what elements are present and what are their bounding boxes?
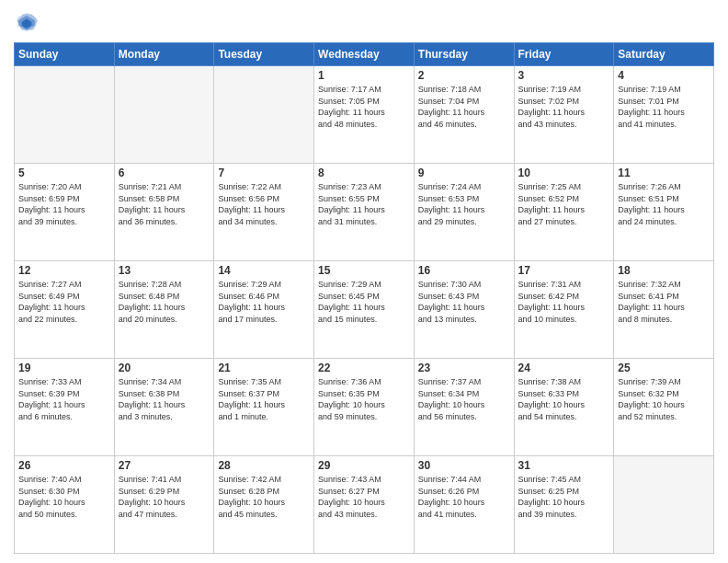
calendar-week-row: 19Sunrise: 7:33 AM Sunset: 6:39 PM Dayli… — [15, 359, 714, 456]
table-row: 5Sunrise: 7:20 AM Sunset: 6:59 PM Daylig… — [15, 164, 115, 261]
day-number: 16 — [418, 264, 510, 277]
day-number: 8 — [318, 167, 410, 179]
logo-icon — [14, 9, 40, 35]
table-row: 29Sunrise: 7:43 AM Sunset: 6:27 PM Dayli… — [314, 456, 415, 554]
day-info: Sunrise: 7:20 AM Sunset: 6:59 PM Dayligh… — [18, 181, 110, 227]
day-info: Sunrise: 7:24 AM Sunset: 6:53 PM Dayligh… — [418, 181, 510, 227]
table-row: 14Sunrise: 7:29 AM Sunset: 6:46 PM Dayli… — [214, 261, 314, 359]
header-monday: Monday — [114, 43, 214, 66]
day-number: 3 — [518, 69, 610, 82]
day-info: Sunrise: 7:18 AM Sunset: 7:04 PM Dayligh… — [418, 84, 510, 130]
logo — [14, 9, 43, 35]
day-number: 18 — [618, 264, 710, 277]
day-number: 15 — [318, 264, 410, 277]
day-info: Sunrise: 7:45 AM Sunset: 6:25 PM Dayligh… — [518, 474, 610, 520]
header-saturday: Saturday — [614, 43, 714, 66]
calendar-week-row: 26Sunrise: 7:40 AM Sunset: 6:30 PM Dayli… — [15, 456, 714, 554]
table-row: 30Sunrise: 7:44 AM Sunset: 6:26 PM Dayli… — [414, 456, 514, 554]
calendar-week-row: 12Sunrise: 7:27 AM Sunset: 6:49 PM Dayli… — [15, 261, 714, 359]
table-row — [614, 456, 714, 554]
table-row: 24Sunrise: 7:38 AM Sunset: 6:33 PM Dayli… — [514, 359, 614, 456]
table-row — [114, 66, 214, 164]
table-row: 8Sunrise: 7:23 AM Sunset: 6:55 PM Daylig… — [314, 164, 415, 261]
day-number: 31 — [518, 459, 610, 472]
day-info: Sunrise: 7:23 AM Sunset: 6:55 PM Dayligh… — [318, 181, 410, 227]
table-row — [214, 66, 314, 164]
table-row: 3Sunrise: 7:19 AM Sunset: 7:02 PM Daylig… — [514, 66, 614, 164]
day-number: 28 — [218, 459, 310, 472]
table-row: 11Sunrise: 7:26 AM Sunset: 6:51 PM Dayli… — [614, 164, 714, 261]
day-number: 12 — [18, 264, 110, 277]
day-info: Sunrise: 7:41 AM Sunset: 6:29 PM Dayligh… — [119, 474, 210, 520]
table-row: 25Sunrise: 7:39 AM Sunset: 6:32 PM Dayli… — [614, 359, 714, 456]
day-info: Sunrise: 7:32 AM Sunset: 6:41 PM Dayligh… — [618, 279, 710, 325]
header — [14, 9, 714, 35]
table-row: 26Sunrise: 7:40 AM Sunset: 6:30 PM Dayli… — [15, 456, 115, 554]
day-number: 19 — [18, 362, 110, 374]
day-info: Sunrise: 7:39 AM Sunset: 6:32 PM Dayligh… — [618, 376, 710, 422]
header-thursday: Thursday — [414, 43, 514, 66]
table-row: 31Sunrise: 7:45 AM Sunset: 6:25 PM Dayli… — [514, 456, 614, 554]
table-row: 16Sunrise: 7:30 AM Sunset: 6:43 PM Dayli… — [414, 261, 514, 359]
calendar-week-row: 1Sunrise: 7:17 AM Sunset: 7:05 PM Daylig… — [15, 66, 714, 164]
table-row: 10Sunrise: 7:25 AM Sunset: 6:52 PM Dayli… — [514, 164, 614, 261]
table-row: 2Sunrise: 7:18 AM Sunset: 7:04 PM Daylig… — [414, 66, 514, 164]
table-row: 27Sunrise: 7:41 AM Sunset: 6:29 PM Dayli… — [114, 456, 214, 554]
day-info: Sunrise: 7:44 AM Sunset: 6:26 PM Dayligh… — [418, 474, 510, 520]
calendar-table: Sunday Monday Tuesday Wednesday Thursday… — [14, 42, 714, 554]
day-info: Sunrise: 7:26 AM Sunset: 6:51 PM Dayligh… — [618, 181, 710, 227]
day-number: 5 — [18, 167, 110, 179]
day-number: 10 — [518, 167, 610, 179]
day-number: 21 — [218, 362, 310, 374]
day-number: 27 — [119, 459, 210, 472]
header-tuesday: Tuesday — [214, 43, 314, 66]
table-row: 4Sunrise: 7:19 AM Sunset: 7:01 PM Daylig… — [614, 66, 714, 164]
day-info: Sunrise: 7:22 AM Sunset: 6:56 PM Dayligh… — [218, 181, 310, 227]
day-number: 20 — [119, 362, 210, 374]
day-number: 7 — [218, 167, 310, 179]
day-number: 13 — [119, 264, 210, 277]
day-info: Sunrise: 7:35 AM Sunset: 6:37 PM Dayligh… — [218, 376, 310, 422]
day-number: 6 — [119, 167, 210, 179]
header-sunday: Sunday — [15, 43, 115, 66]
day-number: 1 — [318, 69, 410, 82]
day-info: Sunrise: 7:43 AM Sunset: 6:27 PM Dayligh… — [318, 474, 410, 520]
day-info: Sunrise: 7:29 AM Sunset: 6:46 PM Dayligh… — [218, 279, 310, 325]
day-info: Sunrise: 7:17 AM Sunset: 7:05 PM Dayligh… — [318, 84, 410, 130]
table-row: 20Sunrise: 7:34 AM Sunset: 6:38 PM Dayli… — [114, 359, 214, 456]
day-info: Sunrise: 7:29 AM Sunset: 6:45 PM Dayligh… — [318, 279, 410, 325]
day-number: 9 — [418, 167, 510, 179]
day-info: Sunrise: 7:34 AM Sunset: 6:38 PM Dayligh… — [119, 376, 210, 422]
day-info: Sunrise: 7:21 AM Sunset: 6:58 PM Dayligh… — [119, 181, 210, 227]
table-row: 18Sunrise: 7:32 AM Sunset: 6:41 PM Dayli… — [614, 261, 714, 359]
day-number: 17 — [518, 264, 610, 277]
table-row: 23Sunrise: 7:37 AM Sunset: 6:34 PM Dayli… — [414, 359, 514, 456]
day-number: 25 — [618, 362, 710, 374]
day-info: Sunrise: 7:19 AM Sunset: 7:01 PM Dayligh… — [618, 84, 710, 130]
day-number: 24 — [518, 362, 610, 374]
day-number: 23 — [418, 362, 510, 374]
day-info: Sunrise: 7:33 AM Sunset: 6:39 PM Dayligh… — [18, 376, 110, 422]
day-info: Sunrise: 7:19 AM Sunset: 7:02 PM Dayligh… — [518, 84, 610, 130]
table-row: 13Sunrise: 7:28 AM Sunset: 6:48 PM Dayli… — [114, 261, 214, 359]
header-wednesday: Wednesday — [314, 43, 415, 66]
table-row: 7Sunrise: 7:22 AM Sunset: 6:56 PM Daylig… — [214, 164, 314, 261]
table-row: 6Sunrise: 7:21 AM Sunset: 6:58 PM Daylig… — [114, 164, 214, 261]
day-info: Sunrise: 7:25 AM Sunset: 6:52 PM Dayligh… — [518, 181, 610, 227]
day-info: Sunrise: 7:40 AM Sunset: 6:30 PM Dayligh… — [18, 474, 110, 520]
table-row: 19Sunrise: 7:33 AM Sunset: 6:39 PM Dayli… — [15, 359, 115, 456]
day-number: 22 — [318, 362, 410, 374]
table-row: 28Sunrise: 7:42 AM Sunset: 6:28 PM Dayli… — [214, 456, 314, 554]
day-info: Sunrise: 7:28 AM Sunset: 6:48 PM Dayligh… — [119, 279, 210, 325]
table-row: 9Sunrise: 7:24 AM Sunset: 6:53 PM Daylig… — [414, 164, 514, 261]
day-number: 29 — [318, 459, 410, 472]
day-info: Sunrise: 7:31 AM Sunset: 6:42 PM Dayligh… — [518, 279, 610, 325]
day-number: 26 — [18, 459, 110, 472]
day-info: Sunrise: 7:37 AM Sunset: 6:34 PM Dayligh… — [418, 376, 510, 422]
table-row: 22Sunrise: 7:36 AM Sunset: 6:35 PM Dayli… — [314, 359, 415, 456]
day-info: Sunrise: 7:36 AM Sunset: 6:35 PM Dayligh… — [318, 376, 410, 422]
page: Sunday Monday Tuesday Wednesday Thursday… — [0, 0, 728, 563]
day-number: 30 — [418, 459, 510, 472]
calendar-week-row: 5Sunrise: 7:20 AM Sunset: 6:59 PM Daylig… — [15, 164, 714, 261]
day-number: 4 — [618, 69, 710, 82]
